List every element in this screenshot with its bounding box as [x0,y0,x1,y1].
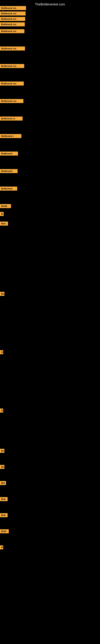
bottleneck-item-10: Bottleneck re [0,116,23,120]
bottleneck-item-24: Bott [0,497,8,501]
bottleneck-item-14: Bottleneck [0,186,17,190]
bottleneck-item-18: Bo [0,292,4,296]
bottleneck-item-26: Bottl [0,529,9,533]
bottleneck-item-16: B [0,212,3,216]
bottleneck-item-8: Bottleneck res [0,82,24,86]
bottleneck-item-15: Bottle [0,204,11,208]
bottleneck-item-17: Bott [0,222,8,226]
bottleneck-item-11: Bottleneck r [0,134,21,138]
bottleneck-item-21: Bo [0,449,4,453]
bottleneck-item-22: Bo [0,465,4,469]
bottleneck-item-13: Bottleneck [0,169,18,173]
bottleneck-item-2: Bottleneck res [0,12,26,16]
bottleneck-item-12: Bottleneck [0,152,18,156]
bottleneck-item-27: B [0,546,3,550]
bottleneck-item-4: Bottleneck res [0,22,25,26]
bottleneck-item-23: Bot [0,481,6,485]
bottleneck-item-6: Bottleneck res [0,46,25,50]
bottleneck-item-9: Bottleneck res [0,99,23,103]
bottleneck-item-20: B [0,408,3,412]
bottleneck-item-25: Bott [0,513,8,517]
bottleneck-item-1: Bottleneck res [0,6,26,10]
bottleneck-item-19: B [0,350,3,354]
bottleneck-item-5: Bottleneck res [0,29,24,33]
bottleneck-item-3: Bottleneck res [0,17,25,21]
bottleneck-item-7: Bottleneck res [0,64,24,68]
